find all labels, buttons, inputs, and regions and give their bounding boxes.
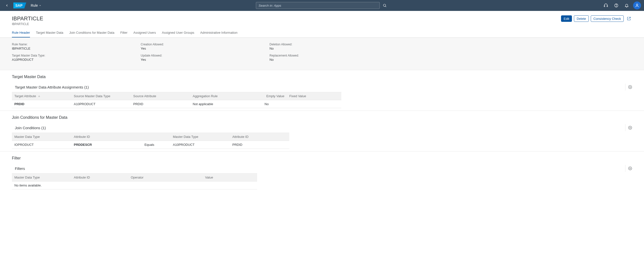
svg-point-10 bbox=[630, 168, 630, 169]
filters-settings-button[interactable] bbox=[625, 165, 632, 172]
facet-field: Target Master Data Type:A10PRODUCT bbox=[12, 54, 141, 62]
table-row-empty: No items available. bbox=[12, 181, 257, 189]
facet-col-3: Deletion Allowed:NoReplacement Allowed:N… bbox=[270, 43, 398, 65]
col-join-left-attr[interactable]: Attribute ID bbox=[71, 133, 128, 141]
subsection-filters: Filters bbox=[0, 162, 644, 173]
sort-asc-icon bbox=[38, 95, 40, 97]
join-header-row: Master Data Type Attribute ID Master Dat… bbox=[12, 133, 289, 141]
col-target-attribute[interactable]: Target Attribute bbox=[12, 92, 71, 100]
col-target-attribute-label: Target Attribute bbox=[14, 94, 36, 98]
filters-table: Master Data Type Attribute ID Operator V… bbox=[12, 173, 257, 189]
tmd-table-wrap: Target Attribute Source Master Data Type… bbox=[0, 92, 644, 109]
section-filter: Filter bbox=[0, 151, 644, 162]
share-icon bbox=[627, 17, 631, 21]
svg-rect-3 bbox=[607, 6, 608, 7]
back-button[interactable] bbox=[3, 2, 11, 10]
search-submit[interactable] bbox=[381, 2, 388, 9]
rule-header-facets: Rule Name:IBPARTICLETarget Master Data T… bbox=[0, 38, 644, 70]
gear-icon bbox=[628, 126, 632, 130]
consistency-check-button[interactable]: Consistency Check bbox=[591, 15, 624, 22]
cell-src-type: A10PRODUCT bbox=[71, 100, 131, 108]
table-row[interactable]: PRDID A10PRODUCT PRDID Not applicable No bbox=[12, 100, 341, 108]
object-title-block: IBPARTICLE IBPARTICLE bbox=[12, 15, 43, 26]
col-empty-value[interactable]: Empty Value bbox=[262, 92, 287, 100]
col-filter-value[interactable]: Value bbox=[202, 174, 257, 181]
facet-value: No bbox=[270, 47, 398, 50]
shell-right bbox=[602, 2, 641, 10]
tab-assigned-user-groups[interactable]: Assigned User Groups bbox=[162, 28, 194, 38]
col-join-op[interactable] bbox=[128, 133, 170, 141]
delete-button[interactable]: Delete bbox=[574, 15, 589, 22]
shell-bar: SAP Rule bbox=[0, 0, 644, 11]
subsection-join-title: Join Conditions (1) bbox=[15, 126, 46, 130]
share-button[interactable] bbox=[626, 15, 632, 22]
tmd-settings-button[interactable] bbox=[625, 84, 632, 91]
chevron-down-icon bbox=[39, 4, 41, 7]
chevron-left-icon bbox=[5, 4, 9, 7]
filters-empty-text: No items available. bbox=[12, 181, 257, 189]
svg-point-7 bbox=[630, 87, 630, 88]
facet-label: Replacement Allowed: bbox=[270, 54, 398, 57]
col-source-attr[interactable]: Source Attribute bbox=[131, 92, 190, 100]
join-settings-button[interactable] bbox=[625, 124, 632, 131]
col-join-right-type[interactable]: Master Data Type bbox=[170, 133, 230, 141]
table-row[interactable]: IOPRODUCT PRDDESCR Equals A10PRODUCT PRD… bbox=[12, 141, 289, 149]
col-filter-op[interactable]: Operator bbox=[128, 174, 202, 181]
facet-label: Rule Name: bbox=[12, 43, 141, 46]
search-box[interactable] bbox=[256, 2, 380, 9]
filters-table-wrap: Master Data Type Attribute ID Operator V… bbox=[0, 173, 644, 190]
facet-value: A10PRODUCT bbox=[12, 58, 141, 62]
search-input[interactable] bbox=[258, 4, 377, 8]
svg-point-0 bbox=[384, 4, 386, 7]
subsection-join: Join Conditions (1) bbox=[0, 122, 644, 133]
col-source-mdt[interactable]: Source Master Data Type bbox=[71, 92, 131, 100]
tabs: Rule HeaderTarget Master DataJoin Condit… bbox=[0, 28, 644, 38]
shell-left: SAP Rule bbox=[3, 2, 43, 10]
sap-logo: SAP bbox=[14, 3, 26, 9]
help-icon bbox=[614, 3, 618, 8]
object-header: IBPARTICLE IBPARTICLE Edit Delete Consis… bbox=[0, 11, 644, 28]
cell-src-attr: PRDID bbox=[131, 100, 190, 108]
join-table: Master Data Type Attribute ID Master Dat… bbox=[12, 133, 289, 149]
tab-join-conditions-for-master-data[interactable]: Join Conditions for Master Data bbox=[69, 28, 114, 38]
notifications-button[interactable] bbox=[623, 2, 630, 10]
svg-rect-2 bbox=[604, 6, 605, 7]
col-filter-attr[interactable]: Attribute ID bbox=[71, 174, 128, 181]
col-filter-mdt[interactable]: Master Data Type bbox=[12, 174, 71, 181]
subsection-tmd-assignments: Target Master Data Attribute Assignments… bbox=[0, 81, 644, 92]
cell-empty: No bbox=[262, 100, 287, 108]
col-join-left-type[interactable]: Master Data Type bbox=[12, 133, 71, 141]
facet-field: Creation Allowed:Yes bbox=[141, 43, 270, 50]
tab-filter[interactable]: Filter bbox=[120, 28, 128, 38]
tab-target-master-data[interactable]: Target Master Data bbox=[36, 28, 64, 38]
edit-button[interactable]: Edit bbox=[561, 15, 572, 22]
subsection-filters-title: Filters bbox=[15, 166, 25, 171]
facet-value: IBPARTICLE bbox=[12, 47, 141, 50]
facet-label: Deletion Allowed: bbox=[270, 43, 398, 46]
help-button[interactable] bbox=[612, 2, 620, 10]
col-join-right-attr[interactable]: Attribute ID bbox=[230, 133, 289, 141]
tmd-header-row: Target Attribute Source Master Data Type… bbox=[12, 92, 341, 100]
tab-assigned-users[interactable]: Assigned Users bbox=[134, 28, 156, 38]
svg-point-9 bbox=[630, 127, 630, 128]
bell-icon bbox=[624, 3, 629, 8]
facet-field: Replacement Allowed:No bbox=[270, 54, 398, 62]
col-fixed-value[interactable]: Fixed Value bbox=[287, 92, 341, 100]
tab-rule-header[interactable]: Rule Header bbox=[12, 28, 30, 38]
subsection-tmd-title: Target Master Data Attribute Assignments… bbox=[15, 85, 89, 89]
svg-point-5 bbox=[616, 6, 616, 7]
support-button[interactable] bbox=[602, 2, 610, 10]
user-avatar[interactable] bbox=[633, 2, 641, 10]
tab-administrative-information[interactable]: Administrative Information bbox=[200, 28, 237, 38]
page-title: IBPARTICLE bbox=[12, 15, 43, 22]
app-name-menu[interactable]: Rule bbox=[29, 2, 43, 9]
svg-point-6 bbox=[636, 4, 638, 6]
facet-value: No bbox=[270, 58, 398, 62]
facet-value: Yes bbox=[141, 47, 270, 50]
col-agg-rule[interactable]: Aggregation Rule bbox=[190, 92, 262, 100]
gear-icon bbox=[628, 166, 632, 170]
app-name-label: Rule bbox=[31, 4, 38, 8]
section-target-master-data: Target Master Data bbox=[0, 70, 644, 81]
svg-line-1 bbox=[386, 6, 386, 7]
cell-join-left-attr: PRDDESCR bbox=[71, 141, 128, 149]
